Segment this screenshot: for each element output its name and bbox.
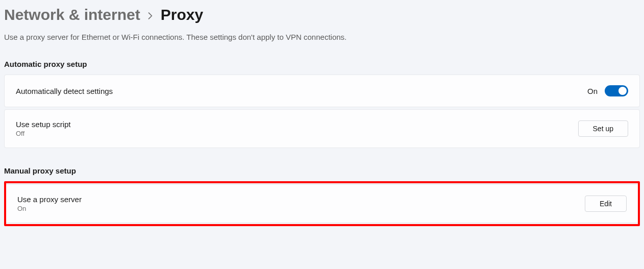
use-proxy-state-label: On (17, 205, 82, 212)
page-description: Use a proxy server for Ethernet or Wi-Fi… (4, 33, 640, 41)
highlight-annotation: Use a proxy server On Edit (4, 181, 640, 226)
breadcrumb: Network & internet Proxy (4, 6, 640, 23)
breadcrumb-current: Proxy (161, 6, 203, 23)
auto-detect-state-label: On (587, 87, 598, 95)
automatically-detect-settings-row: Automatically detect settings On (4, 75, 640, 107)
manual-section-header: Manual proxy setup (4, 166, 640, 175)
auto-detect-toggle[interactable] (605, 85, 628, 96)
use-proxy-server-row: Use a proxy server On Edit (6, 184, 638, 223)
use-proxy-title: Use a proxy server (17, 195, 82, 204)
toggle-knob-icon (618, 87, 627, 95)
setup-script-button[interactable]: Set up (578, 120, 628, 137)
setup-script-title: Use setup script (16, 120, 71, 129)
chevron-right-icon (147, 10, 154, 19)
setup-script-state-label: Off (16, 130, 71, 137)
automatic-section-header: Automatic proxy setup (4, 60, 640, 68)
edit-proxy-button[interactable]: Edit (585, 195, 627, 212)
use-setup-script-row: Use setup script Off Set up (4, 109, 640, 148)
auto-detect-title: Automatically detect settings (16, 87, 113, 95)
breadcrumb-parent-link[interactable]: Network & internet (4, 6, 140, 23)
